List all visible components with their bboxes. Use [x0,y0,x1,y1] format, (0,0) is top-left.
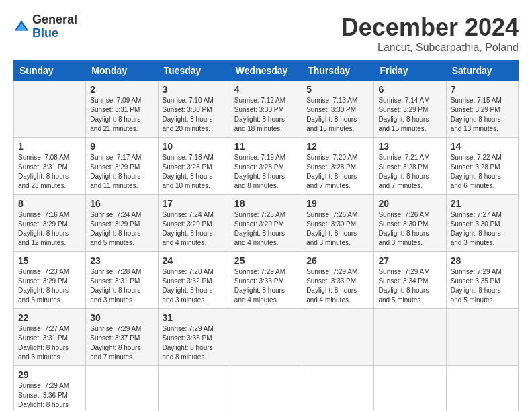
day-number: 13 [378,141,441,152]
day-info: Sunrise: 7:12 AMSunset: 3:30 PMDaylight:… [234,96,298,134]
day-number: 2 [90,84,153,95]
calendar-cell [446,309,518,366]
day-info: Sunrise: 7:28 AMSunset: 3:32 PMDaylight:… [163,267,226,305]
day-info: Sunrise: 7:29 AMSunset: 3:37 PMDaylight:… [90,324,153,362]
calendar-cell [302,309,374,366]
day-number: 16 [90,198,153,209]
day-info: Sunrise: 7:29 AMSunset: 3:33 PMDaylight:… [234,267,298,305]
day-info: Sunrise: 7:17 AMSunset: 3:29 PMDaylight:… [90,153,153,191]
day-number: 7 [451,84,514,95]
day-info: Sunrise: 7:23 AMSunset: 3:29 PMDaylight:… [18,267,81,305]
day-number: 28 [451,255,514,266]
calendar-cell: 4Sunrise: 7:12 AMSunset: 3:30 PMDaylight… [230,81,302,138]
calendar-cell: 3Sunrise: 7:10 AMSunset: 3:30 PMDaylight… [158,81,230,138]
day-number: 15 [18,255,81,266]
calendar-cell: 25Sunrise: 7:29 AMSunset: 3:33 PMDayligh… [230,252,302,309]
calendar-cell: 30Sunrise: 7:29 AMSunset: 3:37 PMDayligh… [86,309,158,366]
day-number: 31 [163,312,226,323]
calendar-cell: 6Sunrise: 7:14 AMSunset: 3:29 PMDaylight… [374,81,446,138]
calendar-cell [230,309,302,366]
day-number: 4 [234,84,298,95]
day-info: Sunrise: 7:21 AMSunset: 3:28 PMDaylight:… [378,153,441,191]
calendar-cell: 1Sunrise: 7:08 AMSunset: 3:31 PMDaylight… [14,138,86,195]
logo-text: General Blue [32,13,77,40]
calendar-cell: 18Sunrise: 7:25 AMSunset: 3:29 PMDayligh… [230,195,302,252]
day-number: 11 [234,141,298,152]
calendar-cell [14,81,86,138]
calendar-cell: 8Sunrise: 7:16 AMSunset: 3:29 PMDaylight… [14,195,86,252]
calendar-header-sunday: Sunday [14,61,86,81]
calendar-header-wednesday: Wednesday [230,61,302,81]
calendar-cell [302,366,374,412]
day-info: Sunrise: 7:29 AMSunset: 3:35 PMDaylight:… [451,267,514,305]
calendar-header-thursday: Thursday [302,61,374,81]
month-title: December 2024 [341,13,519,42]
calendar-cell [374,366,446,412]
calendar-cell: 27Sunrise: 7:29 AMSunset: 3:34 PMDayligh… [374,252,446,309]
day-number: 5 [306,84,369,95]
day-info: Sunrise: 7:27 AMSunset: 3:31 PMDaylight:… [18,324,81,362]
day-info: Sunrise: 7:29 AMSunset: 3:36 PMDaylight:… [18,381,81,411]
day-info: Sunrise: 7:29 AMSunset: 3:34 PMDaylight:… [378,267,441,305]
calendar-cell: 5Sunrise: 7:13 AMSunset: 3:30 PMDaylight… [302,81,374,138]
calendar-row-2: 8Sunrise: 7:16 AMSunset: 3:29 PMDaylight… [14,195,519,252]
day-number: 20 [378,198,441,209]
day-info: Sunrise: 7:15 AMSunset: 3:29 PMDaylight:… [451,96,514,134]
calendar-cell: 26Sunrise: 7:29 AMSunset: 3:33 PMDayligh… [302,252,374,309]
day-number: 18 [234,198,298,209]
calendar-table: SundayMondayTuesdayWednesdayThursdayFrid… [13,60,519,411]
day-number: 17 [163,198,226,209]
calendar-cell [158,366,230,412]
calendar-cell: 14Sunrise: 7:22 AMSunset: 3:28 PMDayligh… [446,138,518,195]
day-number: 25 [234,255,298,266]
calendar-header-saturday: Saturday [446,61,518,81]
calendar-header-friday: Friday [374,61,446,81]
calendar-row-1: 1Sunrise: 7:08 AMSunset: 3:31 PMDaylight… [14,138,519,195]
calendar-cell: 23Sunrise: 7:28 AMSunset: 3:31 PMDayligh… [86,252,158,309]
day-number: 30 [90,312,153,323]
page-header: General Blue December 2024 Lancut, Subca… [13,13,519,54]
day-info: Sunrise: 7:22 AMSunset: 3:28 PMDaylight:… [451,153,514,191]
day-info: Sunrise: 7:09 AMSunset: 3:31 PMDaylight:… [90,96,153,134]
calendar-row-5: 29Sunrise: 7:29 AMSunset: 3:36 PMDayligh… [14,366,519,412]
day-info: Sunrise: 7:14 AMSunset: 3:29 PMDaylight:… [378,96,441,134]
day-number: 24 [163,255,226,266]
calendar-cell: 24Sunrise: 7:28 AMSunset: 3:32 PMDayligh… [158,252,230,309]
calendar-cell: 29Sunrise: 7:29 AMSunset: 3:36 PMDayligh… [14,366,86,412]
calendar-cell: 17Sunrise: 7:24 AMSunset: 3:29 PMDayligh… [158,195,230,252]
day-number: 22 [18,312,81,323]
day-info: Sunrise: 7:20 AMSunset: 3:28 PMDaylight:… [306,153,369,191]
calendar-cell: 21Sunrise: 7:27 AMSunset: 3:30 PMDayligh… [446,195,518,252]
day-info: Sunrise: 7:28 AMSunset: 3:31 PMDaylight:… [90,267,153,305]
calendar-header-monday: Monday [86,61,158,81]
day-info: Sunrise: 7:18 AMSunset: 3:28 PMDaylight:… [163,153,226,191]
day-info: Sunrise: 7:29 AMSunset: 3:33 PMDaylight:… [306,267,369,305]
calendar-cell: 20Sunrise: 7:26 AMSunset: 3:30 PMDayligh… [374,195,446,252]
day-info: Sunrise: 7:24 AMSunset: 3:29 PMDaylight:… [163,210,226,248]
day-number: 1 [18,141,81,152]
day-number: 26 [306,255,369,266]
calendar-cell: 22Sunrise: 7:27 AMSunset: 3:31 PMDayligh… [14,309,86,366]
calendar-cell: 11Sunrise: 7:19 AMSunset: 3:28 PMDayligh… [230,138,302,195]
day-info: Sunrise: 7:26 AMSunset: 3:30 PMDaylight:… [306,210,369,248]
calendar-cell [86,366,158,412]
calendar-cell: 13Sunrise: 7:21 AMSunset: 3:28 PMDayligh… [374,138,446,195]
day-info: Sunrise: 7:08 AMSunset: 3:31 PMDaylight:… [18,153,81,191]
day-info: Sunrise: 7:24 AMSunset: 3:29 PMDaylight:… [90,210,153,248]
calendar-cell: 28Sunrise: 7:29 AMSunset: 3:35 PMDayligh… [446,252,518,309]
calendar-cell: 12Sunrise: 7:20 AMSunset: 3:28 PMDayligh… [302,138,374,195]
day-number: 3 [163,84,226,95]
calendar-cell [446,366,518,412]
day-number: 23 [90,255,153,266]
calendar-cell: 9Sunrise: 7:17 AMSunset: 3:29 PMDaylight… [86,138,158,195]
location: Lancut, Subcarpathia, Poland [341,42,519,54]
calendar-row-0: 2Sunrise: 7:09 AMSunset: 3:31 PMDaylight… [14,81,519,138]
title-block: December 2024 Lancut, Subcarpathia, Pola… [341,13,519,54]
calendar-header-row: SundayMondayTuesdayWednesdayThursdayFrid… [14,61,519,81]
day-number: 14 [451,141,514,152]
logo: General Blue [13,13,77,40]
calendar-cell: 19Sunrise: 7:26 AMSunset: 3:30 PMDayligh… [302,195,374,252]
day-info: Sunrise: 7:26 AMSunset: 3:30 PMDaylight:… [378,210,441,248]
calendar-cell: 31Sunrise: 7:29 AMSunset: 3:38 PMDayligh… [158,309,230,366]
day-info: Sunrise: 7:19 AMSunset: 3:28 PMDaylight:… [234,153,298,191]
